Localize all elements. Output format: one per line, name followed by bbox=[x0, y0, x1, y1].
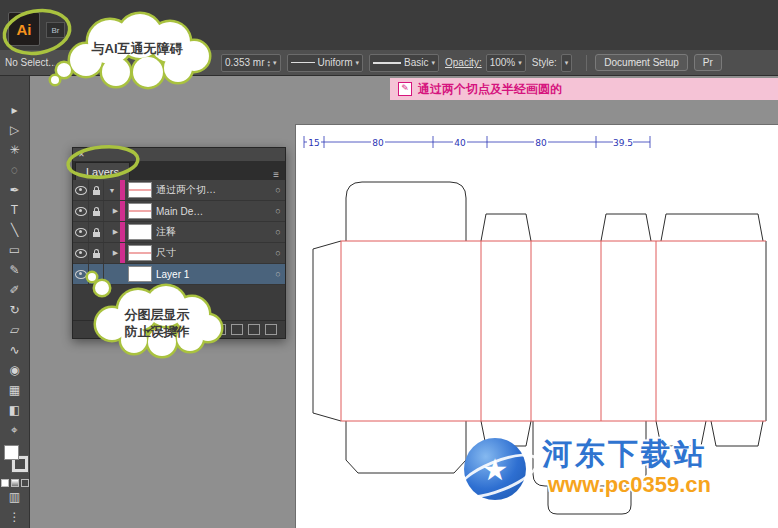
lock-icon bbox=[93, 190, 100, 195]
blend-tool[interactable]: ◉ bbox=[0, 360, 29, 380]
layer-name[interactable]: 通过两个切… bbox=[156, 183, 271, 197]
layer-thumbnail[interactable] bbox=[128, 245, 152, 261]
layer-thumbnail[interactable] bbox=[128, 224, 152, 240]
line-segment-tool[interactable]: ╲ bbox=[0, 220, 29, 240]
chevron-down-icon: ▾ bbox=[431, 59, 435, 67]
visibility-toggle[interactable] bbox=[73, 180, 89, 200]
pencil-tip-icon: ✎ bbox=[398, 82, 412, 96]
dimension-lines bbox=[304, 136, 650, 148]
visibility-toggle[interactable] bbox=[73, 222, 89, 242]
lock-icon bbox=[93, 211, 100, 216]
stroke-weight-field[interactable]: 0.353 mr ▴▾ ▾ bbox=[221, 54, 281, 72]
pen-tool[interactable]: ✒ bbox=[0, 180, 29, 200]
fill-swatch[interactable] bbox=[4, 445, 19, 460]
eye-icon bbox=[75, 207, 87, 216]
expand-arrow-icon[interactable]: ▶ bbox=[104, 228, 120, 236]
opacity-field[interactable]: 100% ▾ bbox=[486, 54, 526, 72]
perspective-grid-tool[interactable]: ▦ bbox=[0, 380, 29, 400]
layer-color-stripe bbox=[120, 180, 125, 200]
pencil-tool[interactable]: ✐ bbox=[0, 280, 29, 300]
highlight-circle-ai bbox=[0, 6, 76, 58]
magic-wand-tool[interactable]: ✳ bbox=[0, 140, 29, 160]
lock-icon bbox=[93, 253, 100, 258]
rotate-tool[interactable]: ↻ bbox=[0, 300, 29, 320]
callout-line1: 分图层显示 bbox=[92, 306, 222, 323]
eye-icon bbox=[75, 228, 87, 237]
preferences-button[interactable]: Pr bbox=[694, 54, 722, 71]
stepper-icon[interactable]: ▴▾ bbox=[267, 59, 270, 67]
rectangle-tool[interactable]: ▭ bbox=[0, 240, 29, 260]
expand-arrow-icon[interactable]: ▶ bbox=[104, 249, 120, 257]
delete-layer-button[interactable] bbox=[265, 324, 277, 335]
panel-menu-icon[interactable]: ≡ bbox=[273, 169, 285, 180]
toolbar-overflow-button[interactable]: ⋮ bbox=[0, 507, 29, 527]
line-preview-icon bbox=[291, 62, 315, 63]
selection-status: No Select... bbox=[5, 57, 55, 68]
lock-toggle[interactable] bbox=[89, 180, 104, 200]
opacity-value: 100% bbox=[490, 57, 516, 68]
direct-selection-tool[interactable]: ▷ bbox=[0, 120, 29, 140]
target-circle-icon[interactable]: ○ bbox=[271, 206, 285, 216]
target-circle-icon[interactable]: ○ bbox=[271, 269, 285, 279]
lock-toggle[interactable] bbox=[89, 222, 104, 242]
paintbrush-tool[interactable]: ✎ bbox=[0, 260, 29, 280]
layer-thumbnail[interactable] bbox=[128, 203, 152, 219]
expand-arrow-icon[interactable]: ▼ bbox=[104, 187, 120, 194]
target-circle-icon[interactable]: ○ bbox=[271, 248, 285, 258]
none-button[interactable] bbox=[21, 479, 29, 487]
stroke-weight-value: 0.353 mr bbox=[225, 57, 264, 68]
layer-thumbnail[interactable] bbox=[128, 182, 152, 198]
eye-icon bbox=[75, 249, 87, 258]
layer-name[interactable]: Main De… bbox=[156, 206, 271, 217]
site-watermark: ★ 河东下载站 www.pc0359.cn bbox=[462, 430, 774, 522]
width-profile-dropdown[interactable]: Uniform ▾ bbox=[287, 54, 364, 72]
lock-icon bbox=[93, 232, 100, 237]
tools-panel: ▸▷✳◌✒T╲▭✎✐↻▱∿◉▦◧⌖ ▥ ⋮ bbox=[0, 76, 30, 528]
dieline-fold-lines bbox=[341, 241, 766, 421]
target-circle-icon[interactable]: ○ bbox=[271, 227, 285, 237]
visibility-toggle[interactable] bbox=[73, 243, 89, 263]
eye-icon bbox=[75, 186, 87, 195]
new-layer-button[interactable] bbox=[248, 324, 260, 335]
width-profile-value: Uniform bbox=[318, 57, 353, 68]
tip-text: 通过两个切点及半经画圆的 bbox=[418, 81, 562, 98]
gradient-tool[interactable]: ◧ bbox=[0, 400, 29, 420]
layer-color-stripe bbox=[120, 201, 125, 221]
fill-stroke-swatches[interactable] bbox=[3, 444, 27, 474]
layer-row-annotations[interactable]: ▶ 注释 ○ bbox=[73, 222, 285, 243]
watermark-site-url: www.pc0359.cn bbox=[548, 472, 711, 498]
type-tool[interactable]: T bbox=[0, 200, 29, 220]
chevron-down-icon: ▾ bbox=[356, 59, 360, 67]
illustrator-window: Ai Br No Select... 0.353 mr ▴▾ ▾ Uniform… bbox=[0, 0, 778, 528]
style-dropdown[interactable]: ▾ bbox=[561, 54, 573, 72]
target-circle-icon[interactable]: ○ bbox=[271, 185, 285, 195]
callout-layers-cloud: 分图层显示 防止误操作 bbox=[78, 272, 238, 364]
visibility-toggle[interactable] bbox=[73, 201, 89, 221]
gradient-button[interactable] bbox=[11, 479, 19, 487]
document-setup-button[interactable]: Document Setup bbox=[595, 54, 688, 71]
layer-row-dimensions[interactable]: ▶ 尺寸 ○ bbox=[73, 243, 285, 264]
layer-row-top[interactable]: ▼ 通过两个切… ○ bbox=[73, 180, 285, 201]
lock-toggle[interactable] bbox=[89, 243, 104, 263]
selection-tool[interactable]: ▸ bbox=[0, 100, 29, 120]
layer-name[interactable]: 注释 bbox=[156, 225, 271, 239]
width-tool[interactable]: ∿ bbox=[0, 340, 29, 360]
color-button[interactable] bbox=[1, 479, 9, 487]
opacity-label[interactable]: Opacity: bbox=[445, 57, 482, 68]
chevron-down-icon: ▾ bbox=[518, 59, 522, 67]
brush-definition-dropdown[interactable]: Basic ▾ bbox=[369, 54, 439, 72]
screen-mode-button[interactable]: ▥ bbox=[0, 487, 29, 507]
lock-toggle[interactable] bbox=[89, 201, 104, 221]
watermark-badge: ★ bbox=[464, 438, 526, 500]
expand-arrow-icon[interactable]: ▶ bbox=[104, 207, 120, 215]
tip-bar: ✎ 通过两个切点及半经画圆的 bbox=[390, 78, 778, 100]
scale-tool[interactable]: ▱ bbox=[0, 320, 29, 340]
brush-preview-icon bbox=[373, 62, 401, 64]
paint-mode-buttons bbox=[1, 479, 29, 487]
layer-row-main-design[interactable]: ▶ Main De… ○ bbox=[73, 201, 285, 222]
chevron-down-icon: ▾ bbox=[273, 59, 277, 67]
layer-name[interactable]: 尺寸 bbox=[156, 246, 271, 260]
divider bbox=[586, 55, 587, 71]
lasso-tool[interactable]: ◌ bbox=[0, 160, 29, 180]
eyedropper-tool[interactable]: ⌖ bbox=[0, 420, 29, 440]
